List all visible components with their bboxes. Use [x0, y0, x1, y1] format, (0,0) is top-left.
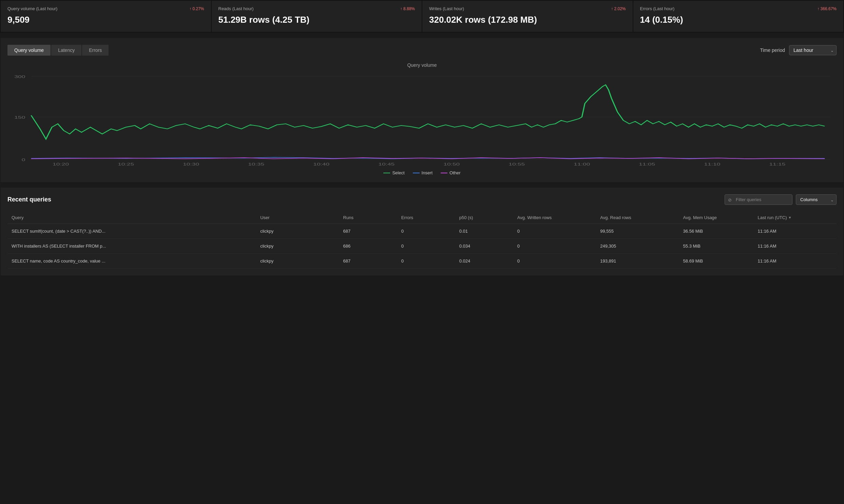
time-period-select[interactable]: Last hourLast 24 hoursLast 7 days [789, 45, 837, 55]
chart-tab-errors[interactable]: Errors [82, 45, 109, 56]
metric-value-1: 51.29B rows (4.25 TB) [218, 15, 415, 25]
chart-controls: Query volumeLatencyErrors Time period La… [7, 45, 837, 56]
svg-text:11:05: 11:05 [639, 162, 655, 166]
th-avg-read: Avg. Read rows [596, 212, 679, 224]
cell-avg-read-1: 249,305 [596, 239, 679, 254]
metric-card-2: Writes (Last hour) ↑ 2.02% 320.02K rows … [422, 1, 633, 32]
chart-tab-latency[interactable]: Latency [51, 45, 82, 56]
cell-p50-0: 0.01 [455, 224, 513, 239]
cell-query-2: SELECT name, code AS country_code, value… [7, 254, 256, 269]
chart-container: 300 150 0 10:20 10:25 10:30 10:35 10:40 … [7, 71, 837, 166]
section-header: Recent queries ⊘ Columns [7, 194, 837, 205]
metric-value-0: 9,509 [7, 15, 204, 25]
cell-avg-mem-1: 55.3 MiB [679, 239, 754, 254]
time-period-select-wrapper: Last hourLast 24 hoursLast 7 days [789, 45, 837, 55]
svg-text:11:00: 11:00 [574, 162, 590, 166]
metric-title-2: Writes (Last hour) [429, 6, 464, 11]
cell-query-0: SELECT sumIf(count, (date > CAST(?..)) A… [7, 224, 256, 239]
metric-change-3: ↑ 366.67% [817, 6, 837, 11]
metric-card-1: Reads (Last hour) ↑ 8.88% 51.29B rows (4… [212, 1, 422, 32]
legend-label-insert: Insert [422, 170, 433, 175]
svg-text:300: 300 [14, 75, 25, 79]
cell-avg-read-2: 193,891 [596, 254, 679, 269]
chart-svg: 300 150 0 10:20 10:25 10:30 10:35 10:40 … [7, 71, 837, 166]
legend-dot-other [441, 173, 447, 173]
th-query: Query [7, 212, 256, 224]
th-errors: Errors [397, 212, 455, 224]
chart-tabs: Query volumeLatencyErrors [7, 45, 109, 56]
metric-header-3: Errors (Last hour) ↑ 366.67% [640, 6, 837, 11]
legend-label-select: Select [392, 170, 405, 175]
metric-card-3: Errors (Last hour) ↑ 366.67% 14 (0.15%) [633, 1, 844, 32]
time-period-label: Time period [760, 48, 785, 53]
svg-text:10:50: 10:50 [443, 162, 460, 166]
filter-input-wrapper: ⊘ [724, 194, 792, 205]
cell-avg-written-0: 0 [513, 224, 596, 239]
cell-runs-0: 687 [339, 224, 397, 239]
svg-text:150: 150 [14, 115, 25, 120]
cell-query-1: WITH installers AS (SELECT installer FRO… [7, 239, 256, 254]
metric-title-1: Reads (Last hour) [218, 6, 254, 11]
table-header: Query User Runs Errors p50 (s) Avg. Writ… [7, 212, 837, 224]
cell-runs-2: 687 [339, 254, 397, 269]
svg-text:11:15: 11:15 [769, 162, 785, 166]
cell-user-2: clickpy [256, 254, 339, 269]
svg-text:10:20: 10:20 [53, 162, 69, 166]
th-p50: p50 (s) [455, 212, 513, 224]
svg-text:10:55: 10:55 [508, 162, 525, 166]
metric-value-3: 14 (0.15%) [640, 15, 837, 25]
table-row[interactable]: SELECT name, code AS country_code, value… [7, 254, 837, 269]
cell-errors-1: 0 [397, 239, 455, 254]
columns-select[interactable]: Columns [796, 194, 837, 205]
legend-dot-select [383, 173, 390, 173]
cell-avg-mem-2: 58.69 MiB [679, 254, 754, 269]
svg-text:10:30: 10:30 [183, 162, 199, 166]
cell-avg-read-0: 99,555 [596, 224, 679, 239]
cell-runs-1: 686 [339, 239, 397, 254]
legend-label-other: Other [449, 170, 461, 175]
svg-text:0: 0 [22, 158, 25, 162]
legend-item-other: Other [441, 170, 461, 175]
cell-avg-written-2: 0 [513, 254, 596, 269]
table-row[interactable]: SELECT sumIf(count, (date > CAST(?..)) A… [7, 224, 837, 239]
queries-table: Query User Runs Errors p50 (s) Avg. Writ… [7, 212, 837, 269]
filter-queries-input[interactable] [724, 194, 792, 205]
cell-avg-mem-0: 36.56 MiB [679, 224, 754, 239]
legend-dot-insert [413, 173, 420, 173]
columns-select-wrapper: Columns [796, 194, 837, 205]
th-runs: Runs [339, 212, 397, 224]
cell-errors-0: 0 [397, 224, 455, 239]
svg-text:10:25: 10:25 [118, 162, 134, 166]
svg-text:10:45: 10:45 [378, 162, 395, 166]
metric-card-0: Query volume (Last hour) ↑ 0.27% 9,509 [1, 1, 211, 32]
metric-title-0: Query volume (Last hour) [7, 6, 57, 11]
cell-last-run-0: 11:16 AM [754, 224, 837, 239]
top-metrics: Query volume (Last hour) ↑ 0.27% 9,509 R… [0, 0, 844, 33]
filter-icon: ⊘ [728, 197, 732, 202]
table-body: SELECT sumIf(count, (date > CAST(?..)) A… [7, 224, 837, 269]
metric-change-1: ↑ 8.88% [400, 6, 415, 11]
section-title: Recent queries [7, 196, 51, 203]
cell-avg-written-1: 0 [513, 239, 596, 254]
sort-icon: ▼ [788, 216, 792, 219]
metric-header-1: Reads (Last hour) ↑ 8.88% [218, 6, 415, 11]
cell-p50-2: 0.024 [455, 254, 513, 269]
th-user: User [256, 212, 339, 224]
th-last-run-label: Last run (UTC) [758, 215, 787, 220]
recent-queries-section: Recent queries ⊘ Columns Query User Runs… [1, 187, 843, 275]
chart-tab-query-volume[interactable]: Query volume [7, 45, 51, 56]
svg-text:10:40: 10:40 [313, 162, 329, 166]
metric-change-2: ↑ 2.02% [611, 6, 626, 11]
cell-user-0: clickpy [256, 224, 339, 239]
legend-item-select: Select [383, 170, 405, 175]
cell-user-1: clickpy [256, 239, 339, 254]
chart-section: Query volumeLatencyErrors Time period La… [1, 38, 843, 182]
metric-value-2: 320.02K rows (172.98 MB) [429, 15, 626, 25]
metric-title-3: Errors (Last hour) [640, 6, 675, 11]
th-avg-written: Avg. Written rows [513, 212, 596, 224]
th-last-run: Last run (UTC) ▼ [754, 212, 837, 224]
metric-header-0: Query volume (Last hour) ↑ 0.27% [7, 6, 204, 11]
chart-legend: Select Insert Other [7, 170, 837, 175]
metric-change-0: ↑ 0.27% [189, 6, 204, 11]
table-row[interactable]: WITH installers AS (SELECT installer FRO… [7, 239, 837, 254]
